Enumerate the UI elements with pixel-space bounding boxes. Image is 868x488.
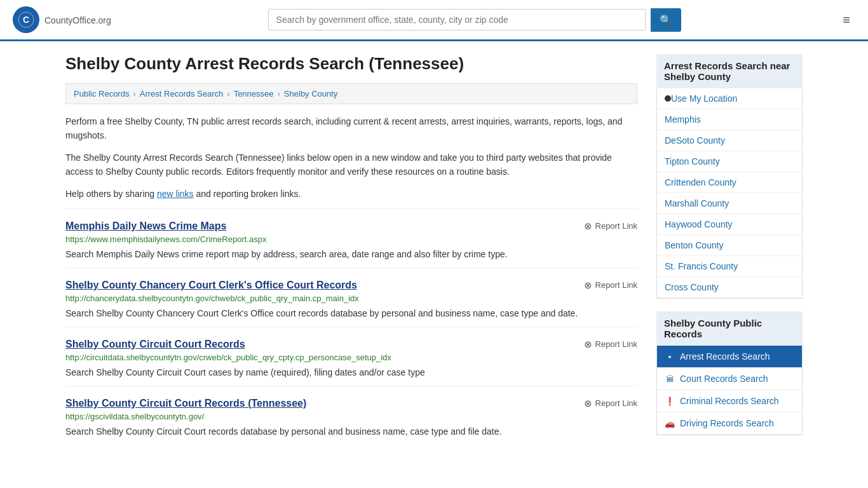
report-link-0[interactable]: ⊗ Report Link	[584, 220, 637, 232]
result-header: Shelby County Chancery Court Clerk's Off…	[65, 280, 637, 291]
search-icon: 🔍	[660, 15, 672, 25]
record-icon: 🏛	[665, 374, 675, 384]
menu-button[interactable]: ≡	[837, 10, 855, 30]
description-1: Perform a free Shelby County, TN public …	[65, 114, 637, 143]
nearby-item: Haywood County	[657, 214, 802, 235]
use-my-location-link[interactable]: Use My Location	[657, 88, 802, 109]
result-header: Memphis Daily News Crime Maps ⊗ Report L…	[65, 220, 637, 232]
public-records-list: ▪Arrest Records Search🏛Court Records Sea…	[656, 346, 803, 435]
result-header: Shelby County Circuit Court Records ⊗ Re…	[65, 339, 637, 350]
nearby-link-3[interactable]: Tipton County	[657, 151, 802, 172]
nearby-list: Use My LocationMemphisDeSoto CountyTipto…	[656, 88, 803, 299]
record-icon: ▪	[665, 352, 675, 362]
result-header: Shelby County Circuit Court Records (Ten…	[65, 398, 637, 409]
result-url-0: https://www.memphisdailynews.com/CrimeRe…	[65, 234, 637, 244]
record-link-1[interactable]: 🏛Court Records Search	[657, 368, 802, 390]
report-link-3[interactable]: ⊗ Report Link	[584, 398, 637, 409]
result-title-3[interactable]: Shelby County Circuit Court Records (Ten…	[65, 398, 306, 409]
breadcrumb: Public Records › Arrest Records Search ›…	[65, 83, 637, 104]
search-area: 🔍	[268, 8, 681, 32]
nearby-item: DeSoto County	[657, 130, 802, 151]
result-desc-2: Search Shelby County Circuit Court cases…	[65, 366, 637, 379]
records-item: 🚗Driving Records Search	[657, 412, 802, 435]
report-link-1[interactable]: ⊗ Report Link	[584, 280, 637, 291]
menu-icon: ≡	[843, 13, 850, 27]
nearby-item: Benton County	[657, 235, 802, 256]
report-link-2[interactable]: ⊗ Report Link	[584, 339, 637, 350]
nearby-item: Crittenden County	[657, 172, 802, 193]
report-icon: ⊗	[584, 220, 592, 232]
logo-icon: C	[13, 6, 39, 33]
description-3: Help others by sharing new links and rep…	[65, 187, 637, 201]
record-link-2[interactable]: ❗Criminal Records Search	[657, 390, 802, 412]
nearby-link-9[interactable]: Cross County	[657, 277, 802, 297]
result-title-0[interactable]: Memphis Daily News Crime Maps	[65, 220, 226, 232]
nearby-link-7[interactable]: Benton County	[657, 235, 802, 255]
nearby-link-2[interactable]: DeSoto County	[657, 130, 802, 151]
content-area: Shelby County Arrest Records Search (Ten…	[65, 54, 637, 448]
nearby-link-1[interactable]: Memphis	[657, 109, 802, 130]
result-title-2[interactable]: Shelby County Circuit Court Records	[65, 339, 245, 350]
records-item: 🏛Court Records Search	[657, 368, 802, 390]
result-item: Shelby County Circuit Court Records (Ten…	[65, 386, 637, 445]
nearby-item: Memphis	[657, 109, 802, 130]
nearby-link-4[interactable]: Crittenden County	[657, 172, 802, 193]
results-container: Memphis Daily News Crime Maps ⊗ Report L…	[65, 208, 637, 445]
result-desc-1: Search Shelby County Chancery Court Cler…	[65, 307, 637, 320]
records-item: ❗Criminal Records Search	[657, 390, 802, 412]
search-input[interactable]	[268, 9, 646, 30]
result-desc-3: Search Shelby County Circuit Court recor…	[65, 425, 637, 438]
result-url-3: https://gscivildata.shelbycountytn.gov/	[65, 412, 637, 421]
location-dot-icon	[665, 95, 671, 102]
breadcrumb-tennessee[interactable]: Tennessee	[234, 89, 274, 98]
result-item: Shelby County Chancery Court Clerk's Off…	[65, 268, 637, 327]
report-icon: ⊗	[584, 339, 592, 350]
report-icon: ⊗	[584, 280, 592, 291]
result-url-2: http://circuitdata.shelbycountytn.gov/cr…	[65, 353, 637, 362]
nearby-heading: Arrest Records Search near Shelby County	[656, 54, 803, 88]
records-item: ▪Arrest Records Search	[657, 346, 802, 368]
nearby-link-8[interactable]: St. Francis County	[657, 256, 802, 276]
nearby-item: Marshall County	[657, 193, 802, 214]
header: C CountyOffice.org 🔍 ≡	[0, 0, 868, 41]
logo-area: C CountyOffice.org	[13, 6, 111, 33]
nearby-link-5[interactable]: Marshall County	[657, 193, 802, 214]
breadcrumb-arrest-records[interactable]: Arrest Records Search	[140, 89, 224, 98]
new-links-link[interactable]: new links	[157, 189, 194, 199]
result-desc-0: Search Memphis Daily News crime report m…	[65, 248, 637, 261]
public-records-section: Shelby County Public Records ▪Arrest Rec…	[656, 311, 803, 435]
record-link-3[interactable]: 🚗Driving Records Search	[657, 412, 802, 434]
nearby-item: Cross County	[657, 277, 802, 298]
nearby-section: Arrest Records Search near Shelby County…	[656, 54, 803, 299]
breadcrumb-public-records[interactable]: Public Records	[74, 89, 129, 98]
record-icon: 🚗	[665, 419, 675, 428]
nearby-item: St. Francis County	[657, 256, 802, 277]
result-item: Memphis Daily News Crime Maps ⊗ Report L…	[65, 208, 637, 268]
logo-text: CountyOffice.org	[44, 13, 111, 27]
page-title: Shelby County Arrest Records Search (Ten…	[65, 54, 637, 74]
sidebar: Arrest Records Search near Shelby County…	[656, 54, 803, 448]
nearby-link-6[interactable]: Haywood County	[657, 214, 802, 234]
result-item: Shelby County Circuit Court Records ⊗ Re…	[65, 327, 637, 386]
search-button[interactable]: 🔍	[651, 8, 681, 32]
record-icon: ❗	[665, 396, 675, 406]
description-2: The Shelby County Arrest Records Search …	[65, 151, 637, 179]
result-url-1: http://chancerydata.shelbycountytn.gov/c…	[65, 294, 637, 303]
nearby-item: Use My Location	[657, 88, 802, 109]
main-container: Shelby County Arrest Records Search (Ten…	[53, 41, 815, 461]
breadcrumb-shelby-county[interactable]: Shelby County	[284, 89, 338, 98]
result-title-1[interactable]: Shelby County Chancery Court Clerk's Off…	[65, 280, 357, 291]
record-link-0[interactable]: ▪Arrest Records Search	[657, 346, 802, 367]
report-icon: ⊗	[584, 398, 592, 409]
nearby-item: Tipton County	[657, 151, 802, 172]
public-records-heading: Shelby County Public Records	[656, 311, 803, 346]
svg-text:C: C	[23, 15, 29, 25]
